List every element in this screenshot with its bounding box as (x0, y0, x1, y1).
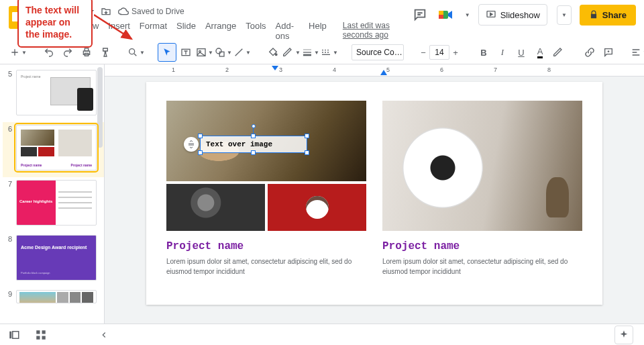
slide-thumb-8[interactable]: 8 Acme Design Award recipient Portfolio … (3, 232, 104, 287)
italic-button[interactable]: I (494, 44, 511, 61)
menu-help[interactable]: Help (309, 21, 327, 41)
thumb-number: 6 (5, 125, 12, 170)
selected-textbox[interactable]: Text over image (200, 136, 307, 153)
svg-rect-24 (42, 330, 46, 334)
menu-format[interactable]: Format (140, 21, 167, 41)
select-tool[interactable] (158, 44, 176, 61)
toolbar: ▼ ▼ ▼ ▼ ▼ ▼ ▼ ▼ Source Co…▼ − 14 + B I U… (0, 41, 644, 64)
last-edit-link[interactable]: Last edit was seconds ago (343, 21, 413, 41)
bold-button[interactable]: B (475, 44, 492, 61)
border-dash-button[interactable]: ▼ (321, 44, 338, 61)
fontsize-decrease[interactable]: − (417, 45, 429, 60)
slideshow-label: Slideshow (500, 10, 540, 20)
thumb-number: 8 (5, 235, 12, 281)
slide-canvas[interactable]: Text over image (146, 82, 602, 305)
meet-caret-icon[interactable]: ▼ (465, 12, 470, 18)
align-button[interactable]: ▼ (631, 44, 644, 61)
svg-rect-25 (36, 336, 40, 339)
thumbnail-panel[interactable]: 5 Project name 6 Project name Project na… (0, 64, 105, 345)
line-tool[interactable]: ▼ (233, 44, 251, 61)
slide-thumb-7[interactable]: 7 Career highlights (3, 177, 104, 232)
filmstrip-view-icon[interactable] (8, 329, 20, 341)
slideshow-caret-icon[interactable]: ▼ (557, 5, 572, 25)
highlight-button[interactable] (550, 44, 568, 61)
image-speaker[interactable] (382, 101, 582, 231)
svg-rect-14 (219, 52, 224, 56)
underline-button[interactable]: U (513, 44, 530, 61)
svg-rect-22 (13, 331, 19, 338)
ruler-mark: 8 (547, 66, 551, 73)
fill-color-button[interactable] (264, 44, 282, 61)
link-button[interactable] (581, 44, 598, 61)
svg-rect-23 (36, 330, 40, 334)
svg-rect-3 (439, 11, 443, 15)
slide-thumb-5[interactable]: 5 Project name (3, 67, 104, 122)
explore-button[interactable] (614, 326, 633, 344)
image-coffee[interactable] (268, 184, 366, 231)
textbox-content[interactable]: Text over image (206, 140, 272, 148)
left-project-title[interactable]: Project name (166, 240, 366, 252)
font-size-input[interactable]: 14 (429, 45, 449, 60)
image-mixer[interactable]: Text over image (166, 101, 366, 181)
ruler-mark: 1 (172, 66, 175, 73)
image-tool[interactable]: ▼ (196, 44, 213, 61)
paint-format-button[interactable] (97, 44, 114, 61)
footer-bar (0, 324, 644, 345)
right-column: Project name Lorem ipsum dolor sit amet,… (382, 101, 582, 286)
fontsize-increase[interactable]: + (449, 45, 462, 60)
font-family-value: Source Co… (356, 48, 402, 57)
ruler-mark: 4 (333, 66, 336, 73)
menu-arrange[interactable]: Arrange (205, 21, 236, 41)
svg-rect-26 (42, 336, 46, 339)
thumb-number: 7 (5, 180, 12, 226)
collapse-filmstrip-icon[interactable] (99, 330, 109, 340)
font-family-select[interactable]: Source Co…▼ (352, 44, 404, 60)
indent-marker-icon[interactable] (271, 65, 279, 76)
textbox-tool[interactable] (177, 44, 195, 61)
right-project-title[interactable]: Project name (382, 240, 582, 252)
left-column: Text over image (166, 101, 366, 286)
main-area: 5 Project name 6 Project name Project na… (0, 64, 644, 345)
left-project-desc[interactable]: Lorem ipsum dolor sit amet, consectetur … (166, 256, 366, 277)
svg-rect-4 (439, 15, 443, 19)
svg-point-15 (275, 54, 277, 56)
save-state-text: Saved to Drive (131, 7, 184, 16)
border-color-button[interactable]: ▼ (283, 44, 301, 61)
share-label: Share (602, 10, 627, 20)
comment-button[interactable] (600, 44, 617, 61)
ruler-mark: 7 (494, 66, 497, 73)
ruler-mark: 6 (440, 66, 443, 73)
thumb-8-title: Acme Design Award recipient (21, 245, 88, 250)
svg-rect-7 (85, 48, 88, 51)
slide-thumb-9[interactable]: 9 (3, 287, 104, 310)
canvas-area: 1 2 3 4 5 6 7 8 The text will appear on … (105, 64, 644, 345)
horizontal-ruler[interactable]: 1 2 3 4 5 6 7 8 (105, 64, 644, 77)
thumb-number: 9 (5, 290, 12, 303)
border-weight-button[interactable]: ▼ (302, 44, 319, 61)
svg-point-9 (129, 49, 135, 54)
svg-rect-21 (9, 331, 11, 338)
image-cameras[interactable] (166, 184, 265, 231)
text-color-button[interactable]: A (531, 44, 549, 61)
grid-view-icon[interactable] (35, 329, 47, 341)
menu-slide[interactable]: Slide (176, 21, 196, 41)
slide-thumb-6[interactable]: 6 Project name Project name (3, 122, 104, 177)
ruler-mark: 2 (225, 66, 229, 73)
svg-point-13 (216, 48, 221, 54)
shape-tool[interactable]: ▼ (215, 44, 232, 61)
autofit-icon[interactable] (184, 137, 199, 152)
meet-icon[interactable] (435, 5, 455, 25)
thumb-7-title: Career highlights (19, 199, 52, 203)
right-project-desc[interactable]: Lorem ipsum dolor sit amet, consectetur … (382, 256, 582, 277)
share-button[interactable]: Share (580, 5, 636, 26)
indent-marker-right-icon[interactable] (380, 69, 388, 76)
menu-tools[interactable]: Tools (246, 21, 266, 41)
thumb-scrollbar[interactable] (97, 67, 103, 148)
zoom-button[interactable]: ▼ (127, 44, 145, 61)
menu-addons[interactable]: Add-ons (276, 21, 300, 41)
thumb-number: 5 (5, 70, 12, 115)
slideshow-button[interactable]: Slideshow (478, 4, 547, 26)
comments-icon[interactable] (413, 7, 427, 22)
ruler-mark: 3 (279, 66, 282, 73)
